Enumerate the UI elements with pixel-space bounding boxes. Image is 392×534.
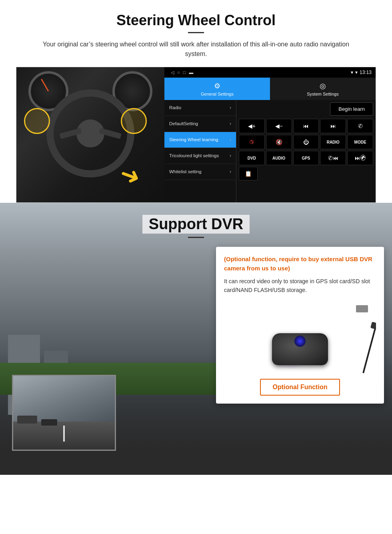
gps-label: GPS [302,156,310,160]
camera-lens [294,336,306,347]
next-track-button[interactable]: ⏭ [320,119,346,133]
camera-cable [362,326,376,373]
optional-function-button[interactable]: Optional Function [260,379,340,396]
tab-system-settings[interactable]: ◎ System Settings [270,78,376,100]
menu-item-default[interactable]: DefaultSetting › [164,116,236,132]
prev-icon: ⏮ [303,123,309,129]
tab-general-settings[interactable]: ⚙ General Settings [164,78,270,100]
audio-label: AUDIO [272,156,285,160]
back-icon[interactable]: ◁ [171,70,174,75]
dvr-title-area: Support DVR [0,203,392,244]
recents-icon[interactable]: □ [183,70,186,75]
radio-button[interactable]: RADIO [320,135,346,149]
system-icon: ◎ [320,82,326,90]
highlight-right [121,108,147,134]
preview-car-1 [17,416,37,424]
steering-wheel [46,90,134,178]
tab-general-label: General Settings [201,92,234,96]
control-buttons-row3: DVD AUDIO GPS ✆⏮ ⏭✆ [239,151,373,165]
status-bar: ◁ ○ □ ▬ ▾ ▾ 13:13 [164,67,376,78]
ui-mockup: ➜ ◁ ○ □ ▬ ▾ ▾ 13:13 ⚙ General Setting [16,67,376,203]
chevron-right-icon: › [230,121,231,126]
menu-item-radio[interactable]: Radio › [164,100,236,116]
settings-tab-bar: ⚙ General Settings ◎ System Settings [164,78,376,100]
next-call-button[interactable]: ⏭✆ [347,151,373,165]
prev-track-button[interactable]: ⏮ [293,119,319,133]
time-display: 13:13 [360,70,372,75]
next-call-icon: ⏭✆ [355,155,366,161]
settings-menu: Radio › DefaultSetting › Steering Wheel … [164,100,236,202]
dvr-description: It can record video only to storage in G… [224,277,376,295]
power-icon: ⏻ [303,139,309,145]
vol-down-button[interactable]: ◀− [266,119,292,133]
dvr-divider [188,237,204,238]
dvr-section: Support DVR (Optional function, require … [0,203,392,475]
steering-section: Steering Wheel Control Your original car… [0,0,392,203]
tab-system-label: System Settings [307,92,338,96]
android-ui-panel: ◁ ○ □ ▬ ▾ ▾ 13:13 ⚙ General Settings ◎ S… [164,67,376,202]
folder-button[interactable]: 📋 [239,167,258,180]
dvr-optional-notice: (Optional function, require to buy exter… [224,255,376,273]
dvr-info-panel: (Optional function, require to buy exter… [216,247,384,404]
bottom-button-row: 📋 [239,167,373,180]
power-button[interactable]: ⏻ [293,135,319,149]
chevron-right-icon: › [230,105,231,110]
hangup-button[interactable]: ✆ [239,135,265,149]
radio-label: RADIO [327,140,340,144]
preview-car-2 [41,419,57,426]
mute-icon: 🔇 [276,139,282,145]
highlight-left [24,108,50,134]
phone-icon: ✆ [358,123,363,129]
dvd-label: DVD [248,156,256,160]
steering-right-panel: Begin learn ◀+ ◀− ⏮ [236,100,376,202]
audio-button[interactable]: AUDIO [266,151,292,165]
menu-item-steering[interactable]: Steering Wheel learning › [164,132,236,148]
menu-item-tricoloured[interactable]: Tricoloured light settings › [164,148,236,164]
ui-content-area: Radio › DefaultSetting › Steering Wheel … [164,100,376,202]
vol-down-icon: ◀− [275,123,283,129]
section-subtitle: Your original car’s steering wheel contr… [40,40,352,59]
steering-photo: ➜ [16,67,164,203]
wifi-icon: ▾ [355,70,358,75]
menu-icon[interactable]: ▬ [189,70,193,75]
mode-label: MODE [354,140,366,144]
dvr-title: Support DVR [142,215,250,234]
chevron-right-icon: › [230,137,231,142]
mute-button[interactable]: 🔇 [266,135,292,149]
begin-learn-area: Begin learn [239,102,373,116]
home-icon[interactable]: ○ [177,70,180,75]
gauge-needle-left [41,79,49,92]
dvd-button[interactable]: DVD [239,151,265,165]
gps-button[interactable]: GPS [293,151,319,165]
vol-up-icon: ◀+ [248,123,256,129]
mode-button[interactable]: MODE [347,135,373,149]
chevron-right-icon: › [230,153,231,158]
menu-item-whitelist[interactable]: Whitelist setting › [164,164,236,180]
vol-up-button[interactable]: ◀+ [239,119,265,133]
usb-plug [356,305,368,312]
title-divider [188,32,204,33]
preview-road [13,422,115,450]
dvr-preview-thumbnail [12,375,116,451]
control-buttons-row1: ◀+ ◀− ⏮ ⏭ ✆ [239,119,373,133]
camera-body [272,333,328,365]
folder-icon: 📋 [245,170,252,177]
prev-call-icon: ✆⏮ [328,155,338,161]
chevron-right-icon: › [230,169,231,174]
begin-learn-button[interactable]: Begin learn [330,102,373,116]
next-icon: ⏭ [330,123,336,129]
prev-call-button[interactable]: ✆⏮ [320,151,346,165]
dvr-camera-image [224,301,376,373]
preview-road-line [63,426,65,442]
signal-icon: ▾ [351,70,353,75]
phone-button[interactable]: ✆ [347,119,373,133]
nav-buttons: ◁ ○ □ ▬ [171,70,193,75]
page-title: Steering Wheel Control [16,12,376,29]
control-buttons-row2: ✆ 🔇 ⏻ RADIO MODE [239,135,373,149]
hangup-icon: ✆ [248,138,256,146]
gear-icon: ⚙ [214,82,220,90]
